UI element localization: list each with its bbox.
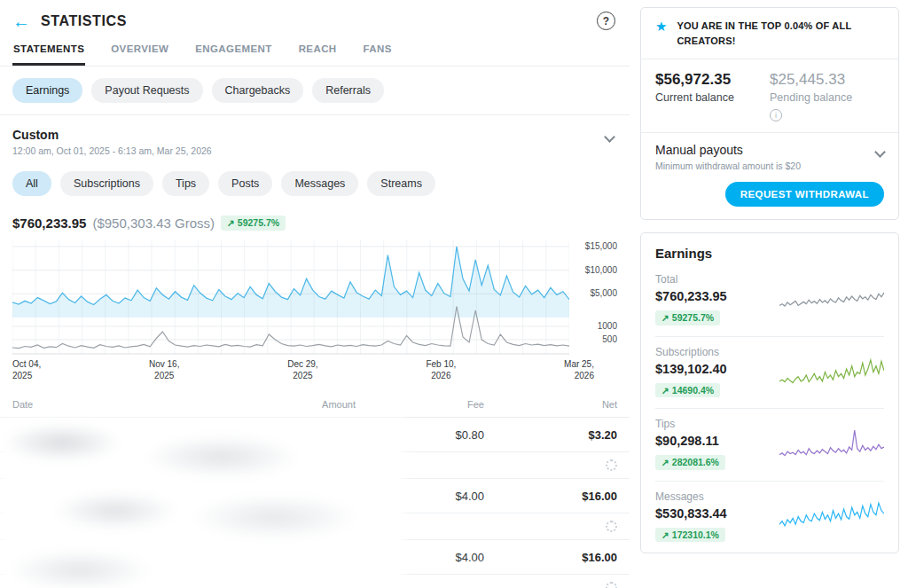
info-icon[interactable]: i <box>770 109 782 122</box>
net-amount: $760,233.95 <box>12 216 86 231</box>
trend-up-icon: ↗ <box>661 458 669 467</box>
tab-bar: STATEMENTS OVERVIEW ENGAGEMENT REACH FAN… <box>0 38 630 67</box>
trend-up-icon: ↗ <box>661 386 669 396</box>
earnings-card-title: Earnings <box>655 233 884 264</box>
transactions-table: Date Amount Fee Net $0.80 $3.20 $4.00 $1… <box>0 399 630 588</box>
tab-reach[interactable]: REACH <box>298 38 338 66</box>
earnings-summary: $760,233.95 ($950,303.43 Gross) ↗ 59275.… <box>0 208 630 232</box>
change-badge: ↗ 59275.7% <box>655 310 720 325</box>
back-arrow-icon[interactable]: ← <box>12 12 30 30</box>
top-creator-banner: ★ YOU ARE IN THE TOP 0.04% OF ALL CREATO… <box>641 8 898 59</box>
change-value: 59275.7% <box>238 218 279 228</box>
col-fee: Fee <box>356 399 484 410</box>
filter-payout-requests[interactable]: Payout Requests <box>91 78 202 103</box>
type-filter-row: All Subscriptions Tips Posts Messages St… <box>0 160 630 208</box>
trend-up-icon: ↗ <box>227 218 235 228</box>
table-row[interactable]: $4.00 $16.00 <box>0 479 630 514</box>
earnings-chart[interactable] <box>12 239 569 355</box>
y-axis-label: $10,000 <box>573 265 617 276</box>
sparkline-total <box>779 281 884 317</box>
filter-chargebacks[interactable]: Chargebacks <box>212 78 304 103</box>
date-range-selector[interactable]: Custom 12:00 am, Oct 01, 2025 - 6:13 am,… <box>0 115 630 160</box>
current-balance-amount: $56,972.35 <box>655 71 770 89</box>
earnings-item-messages[interactable]: Messages $530,833.44 ↗ 172310.1% <box>655 482 884 553</box>
earnings-item-amount: $530,833.44 <box>655 506 779 521</box>
table-header: Date Amount Fee Net <box>0 399 630 418</box>
tab-engagement[interactable]: ENGAGEMENT <box>194 38 272 66</box>
chevron-down-icon[interactable] <box>874 146 886 158</box>
sparkline-messages <box>779 498 884 534</box>
earnings-item-tips[interactable]: Tips $90,298.11 ↗ 282081.6% <box>655 409 884 482</box>
cell-fee: $4.00 <box>356 490 484 503</box>
cell-fee: $0.80 <box>356 428 484 442</box>
table-row[interactable]: $4.00 $16.00 <box>0 540 630 575</box>
tab-fans[interactable]: FANS <box>363 38 393 66</box>
table-body: $0.80 $3.20 $4.00 $16.00 $4.00 $16.00 <box>0 418 630 588</box>
current-balance-label: Current balance <box>655 91 770 104</box>
cell-net: $3.20 <box>484 428 617 442</box>
right-sidebar: ★ YOU ARE IN THE TOP 0.04% OF ALL CREATO… <box>640 7 899 566</box>
table-row[interactable]: $0.80 $3.20 <box>0 418 630 452</box>
sparkline-subscriptions <box>779 354 884 389</box>
date-range-label: Custom <box>12 128 212 142</box>
filter-tips[interactable]: Tips <box>162 171 209 196</box>
filter-subscriptions[interactable]: Subscriptions <box>60 171 153 196</box>
balances-section: $56,972.35 Current balance $25,445.33 Pe… <box>641 59 898 133</box>
x-axis-labels: Oct 04,2025 Nov 16,2025 Dec 29,2025 Feb … <box>12 358 594 381</box>
filter-all[interactable]: All <box>12 171 51 196</box>
earnings-item-total[interactable]: Total $760,233.95 ↗ 59275.7% <box>655 264 884 337</box>
change-badge: ↗ 282081.6% <box>655 455 725 470</box>
earnings-item-label: Messages <box>655 490 779 503</box>
manual-payouts-section: Manual payouts Minimum withdrawal amount… <box>641 133 898 219</box>
filter-referrals[interactable]: Referrals <box>312 78 384 103</box>
cell-net: $16.00 <box>484 490 617 503</box>
request-withdrawal-button[interactable]: REQUEST WITHDRAWAL <box>725 182 884 207</box>
col-net: Net <box>484 399 617 410</box>
y-axis-label: $5,000 <box>573 288 617 299</box>
manual-payouts-header[interactable]: Manual payouts Minimum withdrawal amount… <box>655 143 884 171</box>
help-icon[interactable]: ? <box>597 12 615 30</box>
pending-balance-label: Pending balance <box>770 91 884 104</box>
loading-spinner-icon <box>606 459 617 471</box>
y-axis-label: 500 <box>573 334 617 345</box>
filter-messages[interactable]: Messages <box>281 171 358 196</box>
tab-overview[interactable]: OVERVIEW <box>110 38 169 66</box>
table-row-loading <box>0 452 630 479</box>
sparkline-tips <box>779 426 884 461</box>
page-header: ← STATISTICS ? <box>0 0 630 38</box>
x-axis-label: Nov 16,2025 <box>149 358 179 381</box>
top-creator-text: YOU ARE IN THE TOP 0.04% OF ALL CREATORS… <box>677 19 884 48</box>
current-balance: $56,972.35 Current balance <box>655 71 770 122</box>
loading-spinner-icon <box>606 582 617 588</box>
chevron-down-icon[interactable] <box>604 131 615 143</box>
pending-balance-amount: $25,445.33 <box>770 71 884 89</box>
earnings-item-label: Subscriptions <box>655 346 779 358</box>
x-axis-label: Dec 29,2025 <box>287 358 317 381</box>
filter-posts[interactable]: Posts <box>218 171 272 196</box>
statement-filter-row: Earnings Payout Requests Chargebacks Ref… <box>0 67 630 115</box>
cell-fee: $4.00 <box>356 551 484 564</box>
earnings-card: Earnings Total $760,233.95 ↗ 59275.7% Su… <box>640 232 899 553</box>
star-icon: ★ <box>655 19 667 34</box>
y-axis-label: 1000 <box>573 321 617 332</box>
earnings-item-amount: $760,233.95 <box>655 289 779 303</box>
col-amount: Amount <box>205 399 356 410</box>
col-date: Date <box>12 399 205 410</box>
filter-earnings[interactable]: Earnings <box>12 78 82 103</box>
page-title: STATISTICS <box>41 13 127 29</box>
earnings-item-label: Tips <box>655 418 779 430</box>
change-badge: ↗ 172310.1% <box>655 528 725 543</box>
loading-spinner-icon <box>606 521 617 532</box>
filter-streams[interactable]: Streams <box>367 171 435 196</box>
tab-statements[interactable]: STATEMENTS <box>12 38 85 66</box>
gross-amount: ($950,303.43 Gross) <box>92 216 215 231</box>
earnings-item-amount: $90,298.11 <box>655 434 779 448</box>
trend-up-icon: ↗ <box>661 530 669 540</box>
change-badge: ↗ 59275.7% <box>221 216 286 231</box>
balance-card: ★ YOU ARE IN THE TOP 0.04% OF ALL CREATO… <box>640 7 899 220</box>
earnings-item-amount: $139,102.40 <box>655 362 779 376</box>
earnings-item-subscriptions[interactable]: Subscriptions $139,102.40 ↗ 14690.4% <box>655 337 884 410</box>
y-axis-label: $15,000 <box>573 241 617 252</box>
statistics-page: ← STATISTICS ? STATEMENTS OVERVIEW ENGAG… <box>0 0 630 588</box>
cell-net: $16.00 <box>484 551 617 564</box>
